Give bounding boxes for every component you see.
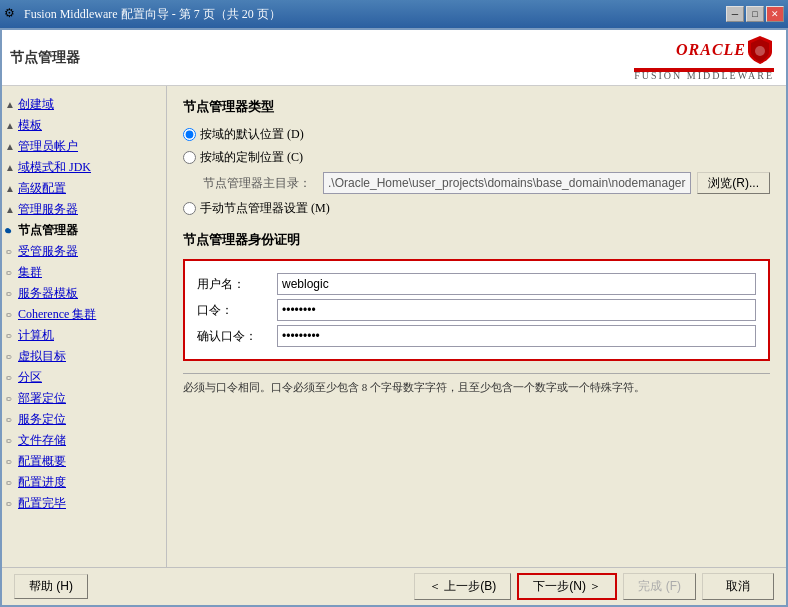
radio-default-location[interactable]: 按域的默认位置 (D): [183, 126, 770, 143]
header: 节点管理器 ORACLE FUSION MIDDLEWARE: [2, 30, 786, 86]
sidebar-item-label: 域模式和 JDK: [18, 159, 91, 176]
password-label: 口令：: [197, 302, 277, 319]
password-input[interactable]: [277, 299, 756, 321]
sidebar-item-16[interactable]: ○文件存储: [2, 430, 166, 451]
body: ▲创建域▲模板▲管理员帐户▲域模式和 JDK▲高级配置▲管理服务器●节点管理器○…: [2, 86, 786, 567]
sidebar-item-6[interactable]: ●节点管理器: [2, 220, 166, 241]
minimize-button[interactable]: ─: [726, 6, 744, 22]
footer: 帮助 (H) ＜ 上一步(B) 下一步(N) ＞ 完成 (F) 取消: [2, 567, 786, 605]
cancel-button[interactable]: 取消: [702, 573, 774, 600]
app-icon: ⚙: [4, 6, 20, 22]
footer-left: 帮助 (H): [14, 574, 88, 599]
oracle-shield-icon: [746, 34, 774, 66]
notice-text: 必须与口令相同。口令必须至少包含 8 个字母数字字符，且至少包含一个数字或一个特…: [183, 373, 770, 395]
sidebar-item-1[interactable]: ▲模板: [2, 115, 166, 136]
sidebar-item-13[interactable]: ○分区: [2, 367, 166, 388]
sidebar-item-15[interactable]: ○服务定位: [2, 409, 166, 430]
username-input[interactable]: [277, 273, 756, 295]
dir-field-row: 节点管理器主目录： 浏览(R)...: [203, 172, 770, 194]
confirm-input[interactable]: [277, 325, 756, 347]
close-button[interactable]: ✕: [766, 6, 784, 22]
finish-button[interactable]: 完成 (F): [623, 573, 696, 600]
browse-button[interactable]: 浏览(R)...: [697, 172, 770, 194]
sidebar-item-label: 计算机: [18, 327, 54, 344]
radio-custom-location[interactable]: 按域的定制位置 (C): [183, 149, 770, 166]
sidebar-item-11[interactable]: ○计算机: [2, 325, 166, 346]
sidebar-item-label: 节点管理器: [18, 222, 78, 239]
password-row: 口令：: [197, 299, 756, 321]
sidebar-item-label: Coherence 集群: [18, 306, 96, 323]
sidebar-item-17[interactable]: ○配置概要: [2, 451, 166, 472]
sidebar-item-label: 高级配置: [18, 180, 66, 197]
sidebar-item-label: 部署定位: [18, 390, 66, 407]
window-controls: ─ □ ✕: [726, 6, 784, 22]
sidebar-item-label: 集群: [18, 264, 42, 281]
radio-manual-input[interactable]: [183, 202, 196, 215]
dir-label: 节点管理器主目录：: [203, 175, 323, 192]
sidebar-item-label: 配置概要: [18, 453, 66, 470]
sidebar-item-label: 模板: [18, 117, 42, 134]
help-button[interactable]: 帮助 (H): [14, 574, 88, 599]
sidebar-item-label: 虚拟目标: [18, 348, 66, 365]
sidebar-item-label: 创建域: [18, 96, 54, 113]
username-label: 用户名：: [197, 276, 277, 293]
sidebar-item-7[interactable]: ○受管服务器: [2, 241, 166, 262]
sidebar-item-0[interactable]: ▲创建域: [2, 94, 166, 115]
sidebar-item-label: 服务定位: [18, 411, 66, 428]
sidebar-item-label: 服务器模板: [18, 285, 78, 302]
footer-right: ＜ 上一步(B) 下一步(N) ＞ 完成 (F) 取消: [414, 573, 774, 600]
page-title: 节点管理器: [10, 49, 80, 67]
next-button[interactable]: 下一步(N) ＞: [517, 573, 617, 600]
svg-point-0: [755, 46, 765, 56]
radio-default-label: 按域的默认位置 (D): [200, 126, 304, 143]
radio-custom-label: 按域的定制位置 (C): [200, 149, 303, 166]
credentials-box: 用户名： 口令： 确认口令：: [183, 259, 770, 361]
sidebar-item-8[interactable]: ○集群: [2, 262, 166, 283]
window-title: Fusion Middleware 配置向导 - 第 7 页（共 20 页）: [24, 6, 726, 23]
radio-manual[interactable]: 手动节点管理器设置 (M): [183, 200, 770, 217]
sidebar-item-4[interactable]: ▲高级配置: [2, 178, 166, 199]
username-row: 用户名：: [197, 273, 756, 295]
sidebar-item-10[interactable]: ○Coherence 集群: [2, 304, 166, 325]
sidebar-item-2[interactable]: ▲管理员帐户: [2, 136, 166, 157]
fusion-text: FUSION MIDDLEWARE: [634, 70, 774, 81]
sidebar-item-label: 文件存储: [18, 432, 66, 449]
dir-input[interactable]: [323, 172, 691, 194]
sidebar-item-18[interactable]: ○配置进度: [2, 472, 166, 493]
section1-title: 节点管理器类型: [183, 98, 770, 116]
confirm-label: 确认口令：: [197, 328, 277, 345]
sidebar-item-19[interactable]: ○配置完毕: [2, 493, 166, 514]
sidebar-item-label: 管理服务器: [18, 201, 78, 218]
sidebar-item-label: 管理员帐户: [18, 138, 78, 155]
sidebar-item-label: 分区: [18, 369, 42, 386]
radio-manual-label: 手动节点管理器设置 (M): [200, 200, 330, 217]
title-bar: ⚙ Fusion Middleware 配置向导 - 第 7 页（共 20 页）…: [0, 0, 788, 28]
sidebar-item-label: 受管服务器: [18, 243, 78, 260]
sidebar-item-14[interactable]: ○部署定位: [2, 388, 166, 409]
radio-default-input[interactable]: [183, 128, 196, 141]
sidebar-item-5[interactable]: ▲管理服务器: [2, 199, 166, 220]
confirm-password-row: 确认口令：: [197, 325, 756, 347]
main-window: 节点管理器 ORACLE FUSION MIDDLEWARE ▲创建域▲模板▲管…: [0, 28, 788, 607]
oracle-logo-text: ORACLE: [676, 41, 746, 59]
content-area: 节点管理器类型 按域的默认位置 (D) 按域的定制位置 (C) 节点管理器主目录…: [167, 86, 786, 567]
sidebar-item-9[interactable]: ○服务器模板: [2, 283, 166, 304]
maximize-button[interactable]: □: [746, 6, 764, 22]
sidebar: ▲创建域▲模板▲管理员帐户▲域模式和 JDK▲高级配置▲管理服务器●节点管理器○…: [2, 86, 167, 567]
oracle-branding: ORACLE FUSION MIDDLEWARE: [634, 34, 774, 81]
radio-custom-input[interactable]: [183, 151, 196, 164]
sidebar-item-label: 配置完毕: [18, 495, 66, 512]
sidebar-item-3[interactable]: ▲域模式和 JDK: [2, 157, 166, 178]
sidebar-item-label: 配置进度: [18, 474, 66, 491]
section2-title: 节点管理器身份证明: [183, 231, 770, 249]
back-button[interactable]: ＜ 上一步(B): [414, 573, 511, 600]
sidebar-item-12[interactable]: ○虚拟目标: [2, 346, 166, 367]
